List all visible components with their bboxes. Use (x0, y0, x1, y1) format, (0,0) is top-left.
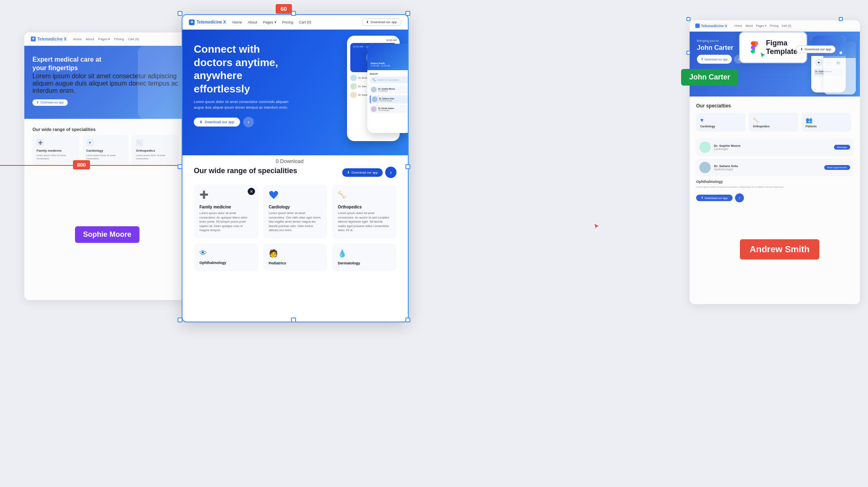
rp-oph-title: Ophthalmology (696, 180, 853, 184)
cc-icon-pediatrics: 🧑 Pediatrics (263, 243, 328, 271)
cc-phone2-spec1: Cardiologist (378, 90, 395, 92)
rp-doc-appt-btn[interactable]: Book appointment (824, 165, 850, 170)
cc-spec-header: Our wide range of specialities ⬇ Downloa… (194, 167, 396, 178)
cc-hero-desc: Lorem ipsum dolor sit amet consectetur c… (194, 99, 291, 110)
cc-card-close-btn[interactable]: ✕ (248, 188, 255, 195)
lp-content: Our wide range of specialities ➕ Family … (24, 119, 186, 173)
cc-phone2-time: 10:00 AM – 11:00 AM (371, 64, 408, 67)
selection-handle-mid-left[interactable] (178, 164, 182, 169)
rp-doc-card-sahara: Dr. Sahara Soto Ophthalmologist Book app… (696, 159, 853, 176)
lp-cardiology-desc: Lorem ipsum dolor sit amet consectetur. (86, 154, 125, 161)
rp-specialities: Our specialties ♥ Cardiology 🦴 Orthopedi… (690, 97, 860, 138)
lp-cards-row: ➕ Family medicine Lorem ipsum dolor sit … (32, 135, 178, 165)
cc-phone2-body: Search 🔍 Search for specialists Dr. Soph… (367, 70, 408, 116)
rp-doc-chat-btn[interactable]: Message (834, 145, 850, 150)
figma-handle-bl[interactable] (686, 51, 690, 55)
lp-section-title: Our wide range of specialities (32, 127, 178, 132)
rp-logo: Telemedicine X (695, 24, 727, 28)
cc-phone2-doc3: Dr. Derek James Dermatologist (370, 105, 408, 113)
rp-card-patients: 👥 Patients (802, 113, 851, 132)
cc-family-card-desc: Lorem ipsum dolor sit amet consectetur. … (199, 211, 253, 233)
cc-cardiology-icon (269, 190, 280, 202)
rp-card-cardiology: ♥ Cardiology (696, 113, 746, 132)
rp-ophthalmology-section: Ophthalmology Lorem ipsum dolor sit amet… (690, 180, 860, 202)
lp-hero-title: Expert medical care at your fingertips (32, 56, 105, 73)
selection-handle-bottom-left[interactable] (178, 318, 182, 322)
rp-card-title-cardiology: Cardiology (700, 125, 742, 128)
cc-phone-status: 10:00 AM (350, 39, 396, 41)
rp-spec-cards: ♥ Cardiology 🦴 Orthopedics 👥 Patients (696, 113, 853, 132)
cc-spec-card-orthopedics: 🦴 Orthopedics Lorem ipsum dolor sit amet… (332, 185, 396, 238)
cc-hero-download-btn[interactable]: ⬇Download our app (194, 118, 240, 127)
lp-ortho-icon: 🦴 (136, 139, 143, 146)
cc-logo: ✚ Telemedicine X (189, 19, 226, 25)
cc-phone2-header: Sahara Smith 10:00 AM – 11:00 AM (367, 44, 408, 70)
rp-bottom-arrow[interactable]: › (735, 193, 744, 202)
width-label-800: 800 (73, 160, 90, 169)
cc-dermatology-icon: 💧 (338, 249, 391, 258)
download-count-label: 0 Download (276, 158, 304, 164)
selection-handle-mid-right[interactable] (405, 164, 410, 169)
rp-card-icon-patients: 👥 (806, 117, 847, 123)
cc-phone2-name3: Dr. Derek James (378, 107, 394, 109)
selection-handle-top-mid[interactable] (291, 11, 296, 16)
rp-doc-spec-sophie: Cardiologist (714, 148, 741, 150)
cc-icon-dermatology: 💧 Dermatology (332, 243, 396, 271)
rp-doc-name-sahara: Dr. Sahara Soto (714, 164, 738, 168)
selection-handle-bottom-mid[interactable] (291, 318, 296, 322)
lp-logo-icon: ✚ (31, 36, 36, 41)
lp-card-family: ➕ Family medicine Lorem ipsum dolor sit … (32, 135, 79, 165)
cc-phone2-search-placeholder: Search for specialists (377, 79, 399, 81)
cc-phone2: Sahara Smith 10:00 AM – 11:00 AM Search … (367, 44, 408, 133)
cc-download-btn[interactable]: ⬇Download our app (362, 18, 401, 26)
cc-hero: Connect with doctors anytime, anywhere e… (182, 30, 408, 155)
figma-handle-tl[interactable] (686, 17, 690, 21)
figma-handle-tr[interactable] (839, 17, 843, 21)
selection-handle-bottom-right[interactable] (405, 318, 410, 322)
cc-cardiology-card-title: Cardiology (269, 205, 322, 209)
rp-card-icon-cardiology: ♥ (700, 117, 742, 123)
lp-hero-phone (138, 46, 186, 119)
rp-doc-card-sophie: Dr. Sophie Moore Cardiologist Message (696, 138, 853, 156)
cc-spec-title: Our wide range of specialities (194, 167, 297, 176)
rp-doc-avatar-sophie (699, 142, 711, 153)
cc-phone-mockup-1: 10:00 AM 10:00 AM – 11:00 AM Video Call … (347, 36, 400, 141)
cc-phone2-avatar3 (371, 106, 377, 112)
lp-hero-download-btn[interactable]: ⬇Download our app (32, 99, 68, 106)
cc-spec-card-family: ➕ ✕ Family medicine Lorem ipsum dolor si… (194, 185, 258, 238)
lp-family-title: Family medicine (36, 149, 75, 152)
figma-download-btn[interactable]: ⬇Download our app (796, 45, 836, 53)
cc-phone2-search[interactable]: 🔍 Search for specialists (370, 77, 408, 83)
rp-chat-section: Dr. Sophie Moore Cardiologist Message Dr… (690, 138, 860, 176)
cc-pediatrics-label: Pediatrics (269, 261, 322, 265)
cc-spec-download-btn[interactable]: ⬇ Download our app (342, 168, 383, 177)
cc-chat-avatar-1 (350, 75, 357, 81)
rp-hero-dl-btn[interactable]: ⬇Download our app (697, 55, 732, 64)
red-cursor (593, 222, 600, 233)
lp-card-ortho: 🦴 Orthopedics Lorem ipsum dolor sit amet… (132, 135, 178, 165)
cc-eye-label: Ophthalmology (199, 261, 253, 265)
cc-nav-links: Home About Pages ▾ Pricing Cart (0) (232, 20, 355, 24)
cc-spec-arrow-btn[interactable]: › (385, 167, 396, 178)
cc-hero-arrow-btn[interactable]: › (243, 117, 254, 127)
figma-handle-br[interactable] (839, 51, 843, 55)
lp-navbar: ✚ Telemedicine X Home About Pages ▾ Pric… (24, 32, 186, 46)
selection-handle-top-right[interactable] (405, 11, 410, 16)
cc-navbar: ✚ Telemedicine X Home About Pages ▾ Pric… (182, 15, 408, 30)
rp-card-icon-ortho: 🦴 (753, 117, 794, 123)
selection-handle-top-left[interactable] (178, 11, 182, 16)
rp-bottom-buttons: ⬇Download our app › (696, 193, 853, 202)
cc-phone2-spec3: Dermatologist (378, 109, 394, 112)
rp-oph-desc: Lorem ipsum dolor sit amet consectetur a… (696, 185, 853, 189)
height-label-60: 60 (276, 4, 292, 14)
rp-bottom-dl-btn[interactable]: ⬇Download our app (696, 195, 733, 201)
lp-ortho-desc: Lorem ipsum dolor sit amet consectetur. (136, 154, 174, 161)
cc-family-icon: ➕ (199, 190, 211, 202)
rp-doc-name-sophie: Dr. Sophie Moore (714, 144, 741, 148)
lp-ortho-title: Orthopedics (136, 149, 174, 152)
cc-logo-box: ✚ (189, 19, 195, 25)
rp-nav-links: Home About Pages ▾ Pricing Cart (0) (735, 24, 791, 28)
rp-card-title-ortho: Orthopedics (753, 125, 794, 128)
label-andrew-smith: Andrew Smith (740, 239, 819, 260)
cc-icon-ophthalmology: 👁 Ophthalmology (194, 243, 258, 271)
